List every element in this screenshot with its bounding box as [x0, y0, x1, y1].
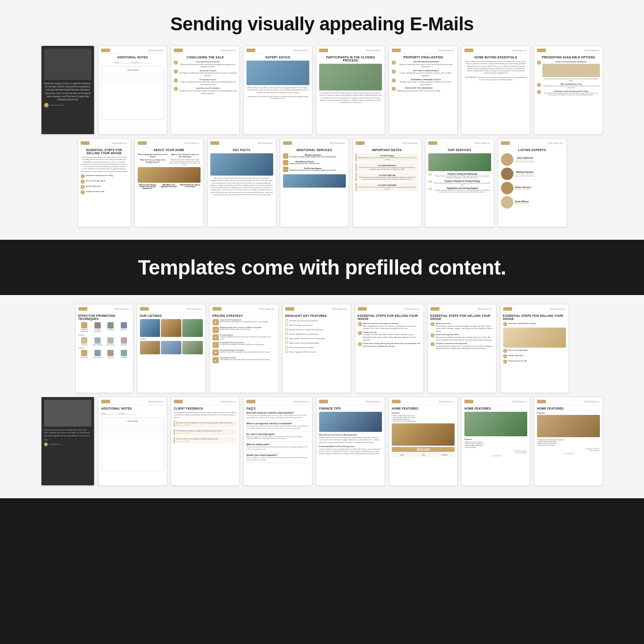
top-section: Sending visually appealing E-Mails Remem… [0, 0, 644, 240]
additional-services-card: Real Estate Inc. ADDITIONAL SERVICES Rel… [280, 138, 349, 227]
about-home-card: Real Estate Inc. ABOUT YOUR HOME What In… [135, 138, 204, 227]
presenting-available-card: Real Estate Inc. PRESENTING AVAILABLE OP… [534, 45, 603, 135]
bottom-section: Real Estate Inc. EFFECTIVE PROMOTION TEC… [0, 295, 644, 498]
mid-banner: Templates come with prefilled content. [0, 240, 644, 295]
template-row-2: Real Estate Inc. ESSENTIAL STEPS FOR SEL… [9, 138, 635, 227]
client-feedback-card: Real Estate Inc. CLIENT FEEDBACK Client … [171, 397, 240, 486]
home-features-1-card: Real Estate Inc. HOME FEATURES Features:… [389, 397, 458, 486]
template-card: Remember, buying a home is a significant… [41, 45, 94, 135]
home-features-2-card: Real Estate Inc. HOME FEATURES Features:… [461, 397, 530, 486]
mid-banner-title: Templates come with prefilled content. [9, 255, 635, 279]
key-facts-card: Real Estate Inc. KEY FACTS In this secti… [207, 138, 276, 227]
dark-steps-card: Repair your property watch carefully wit… [41, 397, 94, 486]
home-buying-essentials-card: Real Estate Inc. HOME BUYING ESSENTIALS … [461, 45, 530, 135]
concluding-sale-card: Real Estate Inc. CONCLUDING THE SALE 1Fi… [171, 45, 240, 135]
our-services-card: Real Estate Inc. OUR SERVICES 01 Propert… [425, 138, 494, 227]
property-finalization-card: Real Estate Inc. PROPERTY FINALIZATION 1… [389, 45, 458, 135]
card-logo [101, 49, 110, 52]
faqs-card: Real Estate Inc. FAQ's How much money do… [243, 397, 312, 486]
pricing-strategy-card: Real Estate Inc. PRICING STRATEGY $ Comp… [209, 304, 279, 393]
home-features-3-card: Real Estate Inc. HOME FEATURES Features:… [534, 397, 603, 486]
additional-notes-card: Real Estate Inc. ADDITIONAL NOTES Date _… [98, 45, 167, 135]
effective-promotion-card: Real Estate Inc. EFFECTIVE PROMOTION TEC… [75, 304, 133, 393]
our-listings-card: Real Estate Inc. OUR LISTINGS Facilities [137, 304, 206, 393]
listing-experts-card: Real Estate Inc. LISTING EXPERTS John An… [498, 138, 567, 227]
template-row-1: Remember, buying a home is a significant… [9, 45, 635, 135]
template-row-4: Repair your property watch carefully wit… [4, 397, 640, 486]
essential-steps-5-card: Real Estate Inc. ESSENTIAL STEPS FOR SEL… [427, 304, 496, 393]
template-row-3: Real Estate Inc. EFFECTIVE PROMOTION TEC… [4, 304, 640, 393]
essential-steps-8-card: Real Estate Inc. ESSENTIAL STEPS FOR SEL… [355, 304, 424, 393]
participants-closing-card: Real Estate Inc. PARTICIPANTS IN THE CLO… [316, 45, 385, 135]
expert-advice-card: Real Estate Inc. EXPERT ADVICE When buyi… [243, 45, 312, 135]
additional-notes-2-card: Real Estate Inc. ADDITIONAL NOTES Date _… [98, 397, 167, 486]
highlight-features-card: Real Estate Inc. HIGHLIGHT KEY FEATURES … [282, 304, 351, 393]
main-title: Sending visually appealing E-Mails [9, 13, 635, 35]
finance-tips-card: Real Estate Inc. FINANCE TIPS Maintainin… [316, 397, 385, 486]
essential-steps-1-card: Real Estate Inc. ESSENTIAL STEPS FOR SEL… [500, 304, 569, 393]
essential-steps-card: Real Estate Inc. ESSENTIAL STEPS FOR SEL… [78, 138, 131, 227]
important-notes-card: Real Estate Inc. IMPORTANT NOTES 01 YOUR… [353, 138, 422, 227]
